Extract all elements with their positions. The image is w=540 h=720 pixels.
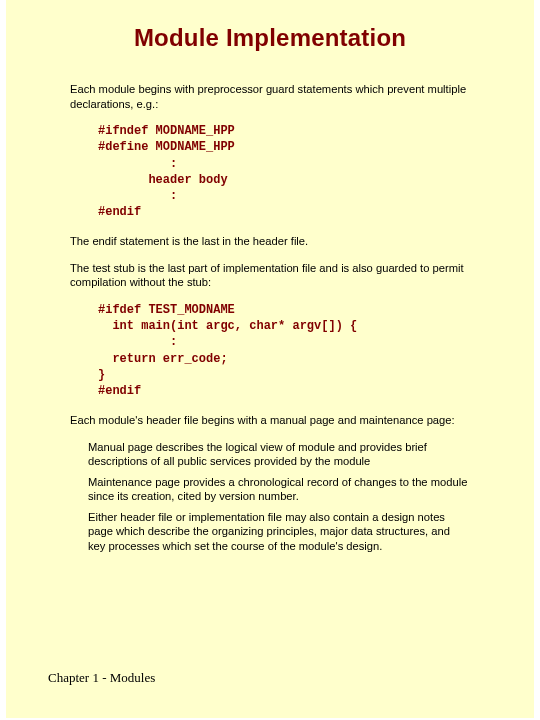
endif-paragraph: The endif statement is the last in the h… — [70, 234, 470, 249]
bullet-item: Maintenance page provides a chronologica… — [88, 475, 470, 504]
teststub-paragraph: The test stub is the last part of implem… — [70, 261, 470, 290]
slide-title: Module Implementation — [70, 24, 470, 52]
intro-paragraph: Each module begins with preprocessor gua… — [70, 82, 470, 111]
code-block-guard: #ifndef MODNAME_HPP #define MODNAME_HPP … — [98, 123, 470, 220]
slide-body: Module Implementation Each module begins… — [6, 0, 534, 718]
bullet-list: Manual page describes the logical view o… — [88, 440, 470, 554]
code-block-teststub: #ifdef TEST_MODNAME int main(int argc, c… — [98, 302, 470, 399]
manual-page-paragraph: Each module's header file begins with a … — [70, 413, 470, 428]
bullet-item: Either header file or implementation fil… — [88, 510, 470, 554]
bullet-item: Manual page describes the logical view o… — [88, 440, 470, 469]
slide-footer: Chapter 1 - Modules — [48, 670, 155, 686]
